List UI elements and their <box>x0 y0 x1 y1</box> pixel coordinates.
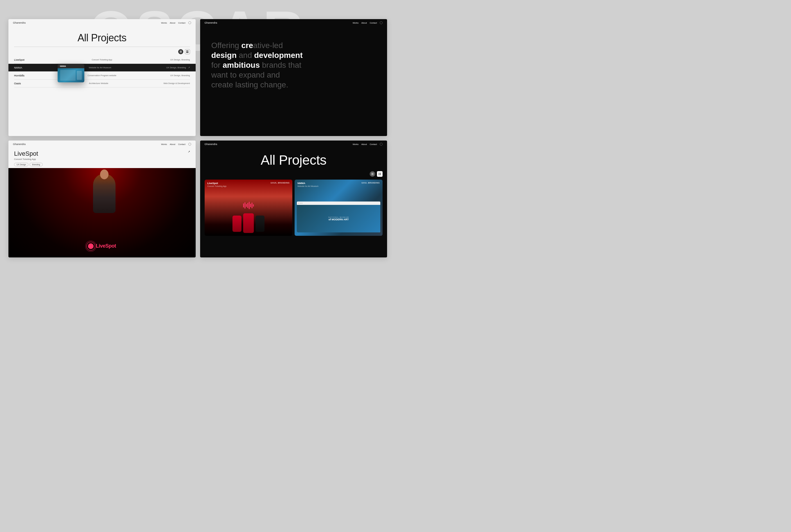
project-title-p3: LiveSpot <box>14 150 38 157</box>
nmma-browser-mock: NATIONAL MUSEUM of MODERN ART <box>297 202 380 232</box>
card-nmma-content: NATIONAL MUSEUM of MODERN ART <box>295 199 382 236</box>
arrow-nmma: ↗ <box>188 66 190 69</box>
nav-panel2: Ghanendra Works About Contact <box>200 19 387 26</box>
project-desc-oasis: Architecture Website <box>34 82 163 84</box>
nav-contact-p2[interactable]: Contact <box>370 22 377 24</box>
concert-performer <box>93 174 115 213</box>
list-icon-p1 <box>180 51 182 53</box>
brand-panel2: Ghanendra <box>205 21 217 24</box>
nav-about-p1[interactable]: About <box>170 22 175 24</box>
panel-light-projects-list: Ghanendra Works About Contact All Projec… <box>8 19 196 136</box>
project-row-oasis[interactable]: Oasis Architecture Website Web Design & … <box>14 79 190 88</box>
livespot-card-visuals <box>205 194 293 233</box>
theme-toggle-p2[interactable] <box>380 21 382 24</box>
project-row-hornbills[interactable]: Hornbills Conservation Program website U… <box>14 72 190 79</box>
list-view-btn-p4[interactable] <box>370 171 375 177</box>
panel-light-livespot: Ghanendra Works About Contact LiveSpot C… <box>8 140 196 258</box>
project-name-hornbills: Hornbills <box>14 74 34 77</box>
theme-toggle-p4[interactable] <box>380 143 382 146</box>
project-tags-hornbills: UX Design, Branding <box>170 74 190 77</box>
project-subtitle-p3: Concert Ticketing App <box>14 158 38 160</box>
theme-toggle-p3[interactable] <box>188 143 191 146</box>
livespot-icon <box>88 243 94 249</box>
nav-contact-p3[interactable]: Contact <box>178 143 186 146</box>
panels-grid: Ghanendra Works About Contact All Projec… <box>8 19 387 258</box>
livespot-brand-text: LiveSpot <box>96 243 116 249</box>
ext-link-p3[interactable]: ↗ <box>188 150 190 153</box>
card-livespot-tags: UI/UX, BRANDING <box>270 182 289 184</box>
card-label-livespot: LiveSpot Concert Ticketing App UI/UX, BR… <box>205 179 293 189</box>
tag-branding-p3: Branding <box>30 163 42 166</box>
theme-toggle-p1[interactable] <box>188 21 191 24</box>
phone-left <box>232 215 242 232</box>
nav-works-p3[interactable]: Works <box>161 143 167 146</box>
nav-works-p1[interactable]: Works <box>161 22 167 24</box>
view-toggles-p4 <box>200 171 387 179</box>
project-desc-nmma: Website for Art Museum <box>34 66 166 69</box>
project-header-p3: LiveSpot Concert Ticketing App ↗ <box>8 148 196 162</box>
tag-ux-p3: UX Design <box>14 163 29 166</box>
wave-bars <box>243 202 254 209</box>
hero-tagline-p2: Offering creative-leddesign and developm… <box>211 40 376 90</box>
list-icon-p4 <box>371 173 374 175</box>
hero-text-cre: cre <box>241 41 253 50</box>
project-name-livespot: LiveSpot <box>14 58 34 61</box>
project-list-p1: LiveSpot Concert Ticketing App UX Design… <box>8 56 196 88</box>
card-nmma-tags: UI/UI, BRANDING <box>361 182 380 184</box>
card-livespot-name: LiveSpot <box>207 182 227 185</box>
list-view-btn-p1[interactable] <box>178 49 183 54</box>
project-tags-nmma: UX Design, Branding ↗ <box>166 66 190 69</box>
phone-left-screen <box>232 215 242 232</box>
project-card-livespot-p4[interactable]: LiveSpot Concert Ticketing App UI/UX, BR… <box>205 179 293 236</box>
tooltip-header: NMMA <box>58 64 84 68</box>
nav-panel1: Ghanendra Works About Contact <box>8 19 196 26</box>
phone-center <box>243 213 254 233</box>
project-name-oasis: Oasis <box>14 82 34 85</box>
project-tags-livespot: UX Design, Branding <box>170 58 190 61</box>
nav-works-p4[interactable]: Works <box>353 143 358 146</box>
card-livespot-info: LiveSpot Concert Ticketing App <box>207 182 227 187</box>
livespot-logo: LiveSpot <box>88 243 116 249</box>
project-card-nmma-p4[interactable]: NMMA Website for Art Museum UI/UI, BRAND… <box>295 179 382 236</box>
nav-links-panel3: Works About Contact <box>161 143 191 146</box>
phone-right <box>256 215 264 232</box>
nav-about-p2[interactable]: About <box>361 22 367 24</box>
phone-right-screen <box>256 215 264 232</box>
hero-text-development: development <box>254 51 303 60</box>
nmma-browser-nav <box>297 202 380 205</box>
brand-panel3: Ghanendra <box>13 143 25 146</box>
brand-panel1: Ghanendra <box>13 21 25 24</box>
panel-dark-hero: Ghanendra Works About Contact Offering c… <box>200 19 387 136</box>
hero-text-and1: and <box>237 51 254 60</box>
nav-works-p2[interactable]: Works <box>353 22 358 24</box>
tooltip-image <box>58 68 84 82</box>
card-livespot-content <box>205 194 293 236</box>
nmma-museum-title: of MODERN ART <box>328 218 349 221</box>
view-toggles-p1 <box>8 49 196 56</box>
nav-about-p4[interactable]: About <box>361 143 367 146</box>
project-name-nmma: NMMA <box>14 66 34 69</box>
brand-panel4: Ghanendra <box>205 143 217 146</box>
nmma-browser-content: NATIONAL MUSEUM of MODERN ART <box>297 205 380 232</box>
card-nmma-sub: Website for Art Museum <box>297 185 319 187</box>
phone-center-screen <box>243 213 254 233</box>
grid-view-btn-p4[interactable] <box>377 171 382 177</box>
hero-text-design: design <box>211 51 237 60</box>
grid-view-btn-p1[interactable] <box>185 49 190 54</box>
card-phones <box>232 213 264 233</box>
project-row-nmma[interactable]: NMMA Website for Art Museum UX Design, B… <box>8 64 196 72</box>
tags-row-p3: UX Design Branding <box>8 162 196 168</box>
nav-contact-p1[interactable]: Contact <box>178 22 186 24</box>
concert-hero-image: LiveSpot <box>8 168 196 258</box>
project-info-p3: LiveSpot Concert Ticketing App <box>14 150 38 160</box>
all-projects-title-p4: All Projects <box>200 148 387 171</box>
project-row-livespot[interactable]: LiveSpot Concert Ticketing App UX Design… <box>14 56 190 64</box>
tooltip-phone-mock <box>77 71 82 80</box>
nav-contact-p4[interactable]: Contact <box>370 143 377 146</box>
nmma-dot-3 <box>301 203 302 204</box>
hero-text-ambitious: ambitious <box>223 61 260 70</box>
nav-about-p3[interactable]: About <box>170 143 175 146</box>
hero-text-offering: Offering <box>211 41 242 50</box>
hero-text-ative: ative-led <box>253 41 283 50</box>
tooltip-browser-mock <box>60 70 76 81</box>
